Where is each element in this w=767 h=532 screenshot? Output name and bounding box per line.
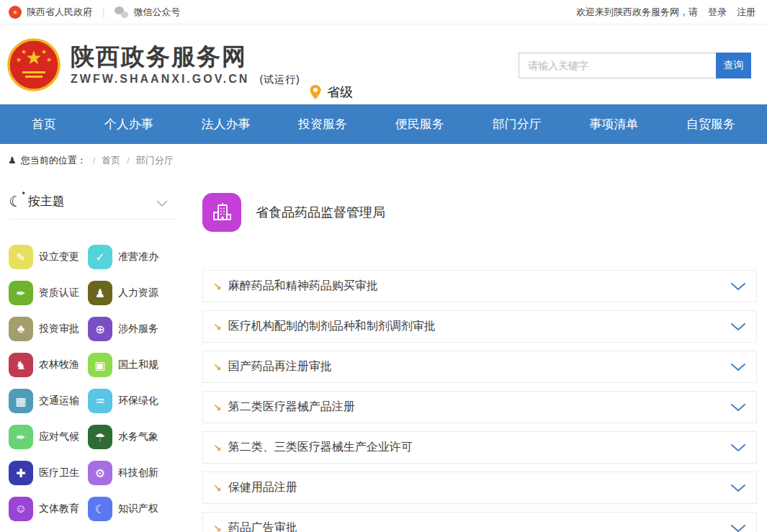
arrow-bullet-icon: ↘	[213, 523, 222, 532]
search-button[interactable]: 查询	[716, 53, 751, 78]
chevron-down-icon[interactable]	[730, 443, 746, 452]
sidebar-topic-item[interactable]: ✎设立变更	[9, 239, 88, 275]
service-label: 国产药品再注册审批	[228, 359, 332, 374]
person-icon: ♟	[88, 281, 112, 305]
separator: |	[102, 6, 104, 17]
sidebar-topic-item[interactable]: ✓准营准办	[88, 239, 167, 275]
topic-label: 水务气象	[118, 430, 158, 443]
arrow-bullet-icon: ↘	[213, 482, 222, 494]
service-item-7[interactable]: ↘药品广告审批	[202, 512, 757, 532]
national-emblem-icon: ★	[9, 6, 22, 19]
nav-item-5[interactable]: 便民服务	[395, 116, 444, 132]
sidebar-header[interactable]: ☾✦ 按主题	[9, 184, 176, 220]
sidebar-topic-item[interactable]	[9, 527, 88, 532]
sidebar-topic-item[interactable]: ⚙科技创新	[88, 455, 167, 491]
nav-item-4[interactable]: 投资服务	[298, 116, 347, 132]
faucet-icon: ♒	[88, 389, 112, 413]
service-item-1[interactable]: ↘麻醉药品和精神药品购买审批	[202, 270, 757, 302]
sidebar-topic-item[interactable]: ✒应对气候	[9, 419, 88, 455]
moon-stars-icon: ☾✦	[9, 193, 22, 210]
sidebar-topic-item[interactable]: ♞农林牧渔	[9, 347, 88, 383]
sidebar-topic-item[interactable]	[88, 527, 167, 532]
register-link[interactable]: 注册	[737, 6, 755, 19]
site-logo[interactable]: ★ ★ ★ ★ ★ 陕西政务服务网 ZWFW.SHAANXI.GOV.CN (试…	[7, 37, 300, 93]
nav-item-2[interactable]: 个人办事	[104, 116, 153, 132]
sidebar-topic-item[interactable]: ⊕涉外服务	[88, 311, 167, 347]
topic-label: 国土和规	[118, 359, 158, 371]
service-item-2[interactable]: ↘医疗机构配制的制剂品种和制剂调剂审批	[202, 310, 757, 343]
region-label: 省级	[327, 84, 353, 101]
service-item-5[interactable]: ↘第二类、三类医疗器械生产企业许可	[202, 431, 757, 464]
topic-label: 农林牧渔	[39, 359, 79, 371]
chevron-down-icon[interactable]	[730, 363, 746, 371]
sidebar-topic-item[interactable]: ✚医疗卫生	[9, 455, 88, 491]
org-name: 省食品药品监督管理局	[256, 204, 385, 221]
sidebar-topic-item[interactable]: ☂水务气象	[88, 419, 167, 455]
service-label: 医疗机构配制的制剂品种和制剂调剂审批	[228, 319, 436, 334]
arrow-bullet-icon: ↘	[213, 361, 222, 373]
nav-item-8[interactable]: 自贸服务	[686, 116, 735, 132]
breadcrumb-item[interactable]: 部门分厅	[136, 155, 174, 166]
tree-icon: ♣	[9, 317, 33, 341]
nav-item-7[interactable]: 事项清单	[589, 116, 638, 132]
arrow-bullet-icon: ↘	[213, 402, 222, 413]
sidebar-topic-item[interactable]: ♣投资审批	[9, 311, 88, 347]
chevron-down-icon[interactable]	[730, 524, 746, 532]
site-header: ★ ★ ★ ★ ★ 陕西政务服务网 ZWFW.SHAANXI.GOV.CN (试…	[0, 24, 767, 104]
chevron-down-icon[interactable]	[730, 323, 746, 331]
topic-label: 资质认证	[39, 287, 79, 299]
chevron-down-icon[interactable]	[730, 403, 746, 412]
moon-icon: ☾	[88, 497, 112, 521]
wechat-link[interactable]: 微信公众号	[133, 6, 180, 19]
main-nav: 首页个人办事法人办事投资服务便民服务部门分厅事项清单自贸服务	[0, 104, 767, 144]
chevron-down-icon[interactable]	[156, 197, 168, 210]
main-panel: 省食品药品监督管理局 ↘麻醉药品和精神药品购买审批↘医疗机构配制的制剂品种和制剂…	[176, 176, 767, 532]
chevron-down-icon[interactable]	[730, 484, 746, 492]
map-icon: ▣	[88, 353, 112, 377]
svg-text:★: ★	[21, 48, 27, 55]
svg-text:★: ★	[25, 47, 42, 68]
sidebar-topic-item[interactable]: ☺文体教育	[9, 491, 88, 527]
breadcrumb-prefix: 您当前的位置：	[21, 154, 86, 167]
nav-item-6[interactable]: 部门分厅	[493, 116, 542, 132]
arrow-bullet-icon: ↘	[213, 442, 222, 454]
search-box: 查询	[519, 53, 751, 78]
breadcrumb-item[interactable]: 首页	[102, 155, 120, 166]
medical-icon: ✚	[9, 461, 33, 485]
sidebar-topic-item[interactable]: ♟人力资源	[88, 275, 167, 311]
sidebar-topic-item[interactable]: ✒资质认证	[9, 275, 88, 311]
sidebar-topic-item[interactable]: ♒环保绿化	[88, 383, 167, 419]
svg-text:★: ★	[41, 48, 47, 55]
service-label: 麻醉药品和精神药品购买审批	[228, 279, 378, 294]
breadcrumb-separator: /	[93, 155, 96, 166]
sidebar-topic-item[interactable]: ▣国土和规	[88, 347, 167, 383]
service-list: ↘麻醉药品和精神药品购买审批↘医疗机构配制的制剂品种和制剂调剂审批↘国产药品再注…	[202, 270, 757, 532]
people-icon: ☺	[9, 497, 33, 521]
service-item-4[interactable]: ↘第二类医疗器械产品注册	[202, 391, 757, 423]
breadcrumb-trail: /首页/部门分厅	[86, 154, 174, 167]
chevron-down-icon[interactable]	[730, 282, 746, 291]
nav-item-3[interactable]: 法人办事	[201, 116, 250, 132]
trial-run-label: (试运行)	[259, 73, 300, 86]
svg-text:★: ★	[46, 56, 52, 63]
service-item-6[interactable]: ↘保健用品注册	[202, 472, 757, 504]
location-pin-icon	[310, 85, 321, 99]
sidebar: ☾✦ 按主题 ✎设立变更✓准营准办✒资质认证♟人力资源♣投资审批⊕涉外服务♞农林…	[0, 176, 176, 532]
pen-icon: ✎	[9, 245, 33, 269]
national-emblem-large-icon: ★ ★ ★ ★ ★	[7, 37, 60, 93]
topic-label: 交通运输	[39, 395, 79, 407]
svg-text:★: ★	[16, 56, 22, 63]
globe-icon: ⊕	[88, 317, 112, 341]
sidebar-topic-item[interactable]: ☾知识产权	[88, 491, 167, 527]
search-input[interactable]	[519, 53, 716, 78]
sidebar-topic-item[interactable]: ▦交通运输	[9, 383, 88, 419]
gov-portal-link[interactable]: 陕西省人民政府	[27, 6, 92, 19]
org-header: 省食品药品监督管理局	[202, 193, 757, 232]
login-link[interactable]: 登录	[708, 6, 727, 19]
welcome-text: 欢迎来到陕西政务服务网，请	[576, 6, 698, 19]
service-label: 第二类医疗器械产品注册	[228, 400, 355, 415]
service-item-3[interactable]: ↘国产药品再注册审批	[202, 351, 757, 383]
region-selector[interactable]: 省级	[310, 84, 353, 101]
nav-item-1[interactable]: 首页	[32, 116, 56, 132]
topic-label: 应对气候	[39, 430, 79, 443]
